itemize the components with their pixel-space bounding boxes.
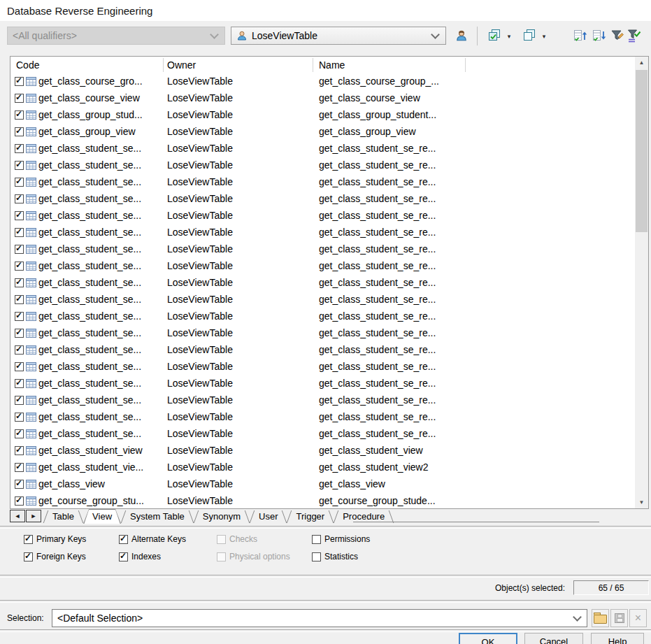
checkbox-icon[interactable] (24, 535, 33, 544)
grid-up-button[interactable] (572, 28, 589, 45)
table-row[interactable]: get_course_group_stu... LoseViewTable ge… (10, 493, 635, 509)
table-row[interactable]: get_class_group_view LoseViewTable get_c… (10, 124, 635, 141)
table-row[interactable]: get_class_student_se... LoseViewTable ge… (10, 241, 635, 258)
row-checkbox[interactable] (15, 161, 24, 170)
table-row[interactable]: get_class_student_se... LoseViewTable ge… (10, 409, 635, 426)
row-checkbox[interactable] (15, 496, 24, 506)
row-checkbox[interactable] (15, 295, 24, 304)
tab-system-table[interactable]: System Table (121, 509, 194, 524)
deselect-all-button[interactable] (521, 28, 538, 45)
row-checkbox[interactable] (15, 77, 24, 86)
table-row[interactable]: get_class_student_se... LoseViewTable ge… (10, 174, 635, 191)
tab-scroll-left-button[interactable]: ◄ (10, 510, 25, 522)
row-checkbox[interactable] (15, 262, 24, 271)
table-row[interactable]: get_class_student_se... LoseViewTable ge… (10, 141, 635, 157)
select-all-button[interactable] (486, 28, 503, 45)
option-primary-keys[interactable]: Primary Keys (24, 534, 119, 544)
row-checkbox[interactable] (15, 110, 24, 120)
filter-apply-button[interactable] (626, 28, 643, 45)
table-row[interactable]: get_class_student_se... LoseViewTable ge… (10, 275, 635, 292)
table-row[interactable]: get_class_student_se... LoseViewTable ge… (10, 191, 635, 208)
row-checkbox[interactable] (15, 345, 24, 355)
checkbox-icon[interactable] (312, 552, 321, 561)
row-checkbox[interactable] (15, 429, 24, 438)
row-checkbox[interactable] (15, 312, 24, 321)
option-permissions[interactable]: Permissions (312, 534, 466, 544)
row-checkbox[interactable] (15, 194, 24, 203)
checkbox-icon[interactable] (119, 535, 128, 544)
tab-synonym[interactable]: Synonym (194, 509, 250, 524)
cancel-button[interactable]: Cancel (524, 633, 583, 644)
option-indexes[interactable]: Indexes (119, 552, 217, 561)
column-separator[interactable] (313, 58, 313, 72)
delete-selection-button[interactable]: × (629, 609, 647, 627)
checkbox-icon[interactable] (312, 535, 321, 544)
owner-combobox[interactable]: LoseViewTable (231, 27, 446, 45)
table-row[interactable]: get_class_course_gro... LoseViewTable ge… (10, 73, 635, 90)
column-separator[interactable] (163, 58, 164, 72)
tab-user[interactable]: User (250, 509, 287, 524)
option-foreign-keys[interactable]: Foreign Keys (24, 552, 119, 561)
row-owner-cell: LoseViewTable (167, 411, 233, 422)
table-row[interactable]: get_class_student_se... LoseViewTable ge… (10, 359, 635, 375)
row-checkbox[interactable] (15, 379, 24, 388)
checkbox-icon[interactable] (119, 552, 128, 561)
row-checkbox[interactable] (15, 144, 24, 153)
table-row[interactable]: get_class_student_se... LoseViewTable ge… (10, 325, 635, 342)
row-checkbox[interactable] (15, 480, 24, 489)
table-row[interactable]: get_class_student_se... LoseViewTable ge… (10, 157, 635, 174)
row-checkbox[interactable] (15, 413, 24, 422)
row-checkbox[interactable] (15, 127, 24, 136)
row-checkbox[interactable] (15, 278, 24, 287)
change-user-button[interactable] (453, 28, 470, 45)
ok-button[interactable]: OK (459, 633, 517, 644)
option-statistics[interactable]: Statistics (312, 552, 466, 561)
row-checkbox[interactable] (15, 94, 24, 103)
help-button[interactable]: Help (591, 633, 644, 644)
save-selection-button[interactable] (610, 609, 628, 627)
tab-scroll-right-button[interactable]: ► (26, 510, 41, 522)
deselect-all-dropdown-caret[interactable]: ▾ (540, 31, 548, 42)
row-checkbox[interactable] (15, 228, 24, 237)
tab-trigger[interactable]: Trigger (287, 509, 334, 524)
selection-combobox[interactable]: <Default Selection> (52, 609, 587, 627)
row-checkbox[interactable] (15, 245, 24, 254)
vertical-scrollbar[interactable]: ▲ ▼ (635, 57, 648, 508)
table-row[interactable]: get_class_student_se... LoseViewTable ge… (10, 224, 635, 241)
table-row[interactable]: get_class_student_vie... LoseViewTable g… (10, 459, 635, 476)
row-checkbox[interactable] (15, 463, 24, 472)
column-header-code[interactable]: Code (16, 59, 39, 71)
scrollbar-thumb[interactable] (636, 70, 648, 232)
tab-table[interactable]: Table (43, 509, 83, 524)
option-alternate-keys[interactable]: Alternate Keys (119, 534, 217, 544)
table-row[interactable]: get_class_group_stud... LoseViewTable ge… (10, 107, 635, 124)
load-selection-button[interactable] (592, 609, 609, 627)
column-header-owner[interactable]: Owner (167, 59, 196, 71)
table-row[interactable]: get_class_view LoseViewTable get_class_v… (10, 476, 635, 493)
table-row[interactable]: get_class_student_se... LoseViewTable ge… (10, 426, 635, 443)
table-row[interactable]: get_class_student_view LoseViewTable get… (10, 443, 635, 459)
column-header-name[interactable]: Name (319, 59, 345, 71)
table-row[interactable]: get_class_student_se... LoseViewTable ge… (10, 342, 635, 359)
table-row[interactable]: get_class_student_se... LoseViewTable ge… (10, 208, 635, 224)
table-row[interactable]: get_class_student_se... LoseViewTable ge… (10, 292, 635, 308)
select-all-dropdown-caret[interactable]: ▾ (505, 31, 513, 42)
scroll-down-icon[interactable]: ▼ (635, 496, 648, 508)
row-checkbox[interactable] (15, 446, 24, 455)
row-checkbox[interactable] (15, 362, 24, 371)
checkbox-icon[interactable] (24, 552, 33, 561)
column-separator[interactable] (465, 58, 466, 72)
row-checkbox[interactable] (15, 329, 24, 338)
tab-view[interactable]: View (83, 509, 121, 524)
filter-edit-button[interactable] (609, 28, 626, 45)
row-checkbox[interactable] (15, 178, 24, 187)
row-checkbox[interactable] (15, 396, 24, 405)
scroll-up-icon[interactable]: ▲ (635, 57, 648, 69)
table-row[interactable]: get_class_student_se... LoseViewTable ge… (10, 375, 635, 392)
grid-down-button[interactable] (591, 28, 608, 45)
table-row[interactable]: get_class_student_se... LoseViewTable ge… (10, 308, 635, 325)
table-row[interactable]: get_class_course_view LoseViewTable get_… (10, 90, 635, 107)
table-row[interactable]: get_class_student_se... LoseViewTable ge… (10, 258, 635, 275)
row-checkbox[interactable] (15, 211, 24, 220)
table-row[interactable]: get_class_student_se... LoseViewTable ge… (10, 392, 635, 409)
